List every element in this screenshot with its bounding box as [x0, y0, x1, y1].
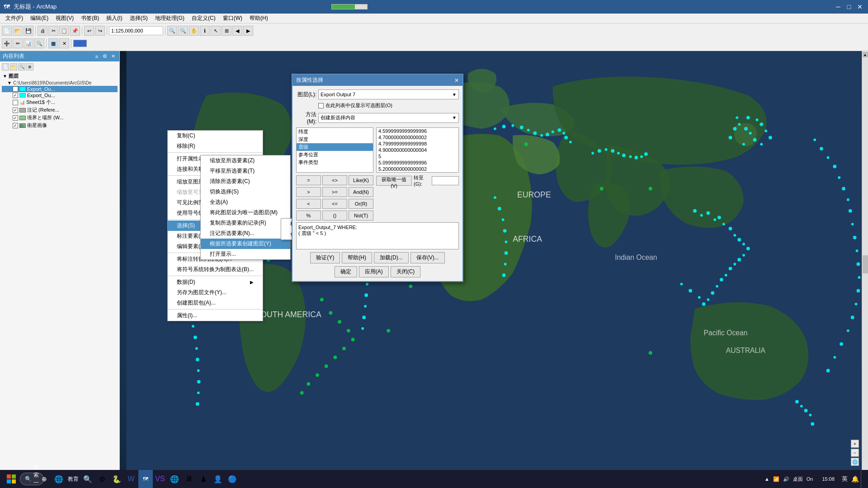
toc-check-6[interactable]: [13, 123, 18, 128]
copy-btn[interactable]: 📋: [59, 26, 69, 36]
sub-open-display[interactable]: 打开显示...: [201, 249, 290, 259]
toc-anno-item[interactable]: 注记 (Refere...: [2, 106, 118, 114]
dialog-close-x[interactable]: ✕: [454, 77, 459, 84]
taskbar-task-view[interactable]: ⊕: [37, 470, 52, 488]
full-extent-btn[interactable]: ⊞: [222, 26, 231, 36]
taskbar-search-icon[interactable]: 🔍 搜索一下: [23, 470, 37, 488]
ctx-copy[interactable]: 复制(C): [168, 131, 263, 141]
val-4[interactable]: 5: [377, 153, 458, 160]
menu-customize[interactable]: 自定义(C): [188, 14, 219, 23]
scroll-up-btn[interactable]: ▲: [863, 52, 868, 57]
print-btn[interactable]: 🖨: [38, 26, 47, 36]
menu-select[interactable]: 选择(S): [126, 14, 151, 23]
sub-set-only[interactable]: 将此图层设为唯一选图层(M): [201, 207, 290, 218]
notification-icon[interactable]: 🔔: [851, 475, 859, 483]
op-like[interactable]: Like(K): [349, 175, 373, 185]
op-gte[interactable]: >=: [322, 187, 347, 197]
tray-network[interactable]: 📶: [773, 476, 779, 482]
load-btn[interactable]: 加载(D)...: [374, 252, 409, 263]
toc-btn3[interactable]: 🔍: [18, 63, 25, 70]
map-area[interactable]: EUROPE AFRICA Indian Ocean Pacific Ocean…: [120, 51, 868, 477]
toc-btn4[interactable]: ⊕: [26, 63, 33, 70]
toc-sat-item[interactable]: 衛星画像: [2, 122, 118, 129]
taskbar-word-icon[interactable]: W: [124, 470, 138, 488]
method-select[interactable]: 创建新选择内容 ▼: [318, 113, 459, 123]
sub-zoom-sel[interactable]: 缩放至所选要素(Z): [201, 155, 290, 166]
field-ref-location[interactable]: 参考位置: [297, 151, 373, 159]
layer-select[interactable]: Export Output 7 ▼: [318, 89, 459, 99]
field-magnitude[interactable]: 震级: [297, 143, 373, 151]
op-or[interactable]: Or(R): [349, 199, 373, 209]
sub-switch-sel[interactable]: 切换选择(S): [201, 187, 290, 197]
taskbar-vs-icon[interactable]: VS: [153, 470, 167, 488]
save-btn[interactable]: 💾: [24, 26, 33, 36]
ctx-convert-symbol[interactable]: 将符号系统转换为制图表达(B)...: [168, 264, 263, 275]
add-data-btn[interactable]: ➕: [2, 38, 12, 48]
ctx-create-pkg[interactable]: 创建图层包(A)...: [168, 298, 263, 308]
op-percent[interactable]: %: [296, 211, 321, 221]
validate-btn[interactable]: 验证(Y): [310, 252, 340, 263]
ctx-remove[interactable]: 移除(R): [168, 141, 263, 151]
toc-check-5[interactable]: [13, 115, 18, 121]
op-paren[interactable]: (): [322, 211, 347, 221]
start-button[interactable]: [0, 470, 23, 488]
sub-pan-sel[interactable]: 平移至所选要素(T): [201, 166, 290, 176]
undo-btn[interactable]: ↩: [84, 26, 94, 36]
menu-edit[interactable]: 编辑(E): [27, 14, 52, 23]
pan-btn[interactable]: ✋: [189, 26, 199, 36]
taskbar-pc-icon[interactable]: 🖥: [182, 470, 196, 488]
taskbar-arcmap-icon[interactable]: 🗺: [138, 470, 153, 488]
toc-btn1[interactable]: 📄: [2, 63, 9, 70]
cut-btn[interactable]: ✂: [48, 26, 58, 36]
apply-btn[interactable]: 应用(A): [359, 266, 389, 277]
minimize-button[interactable]: ─: [834, 2, 843, 11]
maximize-button[interactable]: □: [844, 2, 854, 11]
toc-check-1[interactable]: [13, 86, 18, 92]
identify-btn[interactable]: ℹ: [200, 26, 210, 36]
redo-btn[interactable]: ↪: [95, 26, 105, 36]
sub-anno-sel[interactable]: 注记所选要素(N)...: [201, 228, 290, 239]
op-not[interactable]: Not(T): [349, 211, 373, 221]
toc-boundary-item[interactable]: 境界と場所 (W...: [2, 114, 118, 122]
back-btn[interactable]: ◀: [232, 26, 242, 36]
taskbar-browser2-icon[interactable]: 🔵: [225, 470, 240, 488]
val-1[interactable]: 4.7000000000000002: [377, 134, 458, 141]
open-btn[interactable]: 📂: [13, 26, 23, 36]
query-area[interactable]: Export_Output_7 WHERE: ( 震级 " < 5 ): [296, 222, 459, 249]
taskbar-steam-icon[interactable]: ⚙: [95, 470, 109, 488]
forward-btn[interactable]: ▶: [243, 26, 253, 36]
toc-path-item[interactable]: ▼ C:\Users\86199\Documents\ArcGIS\De: [2, 80, 118, 86]
toc-settings-icon[interactable]: ⚙: [101, 53, 108, 60]
taskbar-edu-icon[interactable]: 教育: [66, 470, 80, 488]
zoom-in-btn[interactable]: 🔍: [167, 26, 177, 36]
toc-list-icon[interactable]: ≡: [93, 53, 100, 60]
save-dialog-btn[interactable]: 保存(V)...: [410, 252, 445, 263]
ctx-save-layer[interactable]: 另存为图层文件(Y)...: [168, 287, 263, 298]
taskbar-steam2-icon[interactable]: ♟: [196, 470, 211, 488]
scroll-thumb-v[interactable]: [863, 255, 868, 273]
field-depth[interactable]: 深度: [297, 136, 373, 143]
menu-insert[interactable]: 插入(I): [103, 14, 126, 23]
op-lte[interactable]: <=: [322, 199, 347, 209]
map-zoom-out[interactable]: −: [851, 449, 859, 457]
map-vscrollbar[interactable]: ▲ ▼: [862, 51, 868, 477]
tray-volume[interactable]: 🔊: [783, 476, 789, 482]
taskbar-user-icon[interactable]: 👤: [211, 470, 225, 488]
sub-copy-rec[interactable]: 复制所选要素的记录(R): [201, 218, 290, 228]
op-gt[interactable]: >: [296, 187, 321, 197]
goto-input[interactable]: [432, 176, 459, 185]
val-6[interactable]: 5.2000000000000002: [377, 166, 458, 172]
taskbar-search2-icon[interactable]: 🔍: [80, 470, 95, 488]
sub-create-layer[interactable]: 根据所选要素创建图层(Y): [201, 239, 290, 249]
toc-layers-root[interactable]: ▼ 图层: [2, 72, 118, 80]
show-desktop-btn[interactable]: [861, 470, 864, 488]
ok-btn[interactable]: 确定: [335, 266, 357, 277]
map-globe[interactable]: 🌐: [851, 458, 859, 466]
ctx-data[interactable]: 数据(D) ▶: [168, 277, 263, 287]
menu-view[interactable]: 视图(V): [52, 14, 77, 23]
color-swatch[interactable]: [73, 40, 87, 47]
search2-btn[interactable]: 🔍: [34, 38, 44, 48]
zoom-out-btn[interactable]: 🔍: [178, 26, 188, 36]
menu-bookmark[interactable]: 书签(B): [77, 14, 103, 23]
close-dialog-btn[interactable]: 关闭(C): [391, 266, 421, 277]
